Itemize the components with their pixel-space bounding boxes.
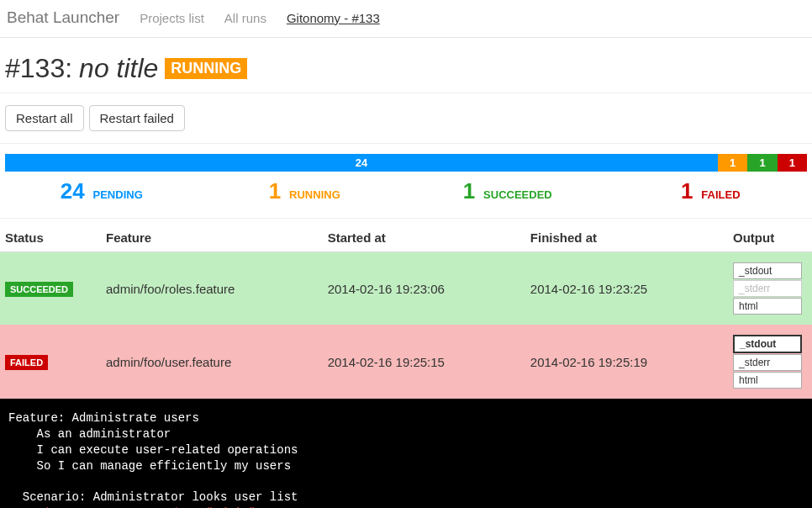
row-started: 2014-02-16 19:25:15 xyxy=(323,325,525,399)
row-finished: 2014-02-16 19:23:25 xyxy=(525,252,728,325)
output-html-button[interactable]: html xyxy=(733,298,802,315)
page-header: #133: no title RUNNING xyxy=(0,38,812,93)
progress-bar: 24 1 1 1 xyxy=(5,154,807,172)
output-stderr-button[interactable]: _stderr xyxy=(733,280,802,297)
col-finished: Finished at xyxy=(525,224,728,252)
nav-projects[interactable]: Projects list xyxy=(140,11,204,25)
page-title: #133: no title RUNNING xyxy=(5,53,807,84)
progress-succeeded: 1 xyxy=(747,154,777,172)
summary-failed-count: 1 xyxy=(681,178,693,204)
progress-running: 1 xyxy=(718,154,747,172)
progress-pending: 24 xyxy=(5,154,718,172)
summary-running: 1 RUNNING xyxy=(203,178,407,204)
summary-pending-label: PENDING xyxy=(93,188,143,201)
results-table: Status Feature Started at Finished at Ou… xyxy=(0,224,812,399)
table-row: FAILED admin/foo/user.feature 2014-02-16… xyxy=(0,325,812,399)
summary-running-label: RUNNING xyxy=(289,188,340,201)
output-stdout-button[interactable]: _stdout xyxy=(733,335,802,353)
actions-bar: Restart all Restart failed xyxy=(0,93,812,144)
summary-pending-count: 24 xyxy=(61,178,85,204)
summary-running-count: 1 xyxy=(269,178,281,204)
row-started: 2014-02-16 19:23:06 xyxy=(323,252,525,325)
row-feature: admin/foo/user.feature xyxy=(101,325,323,399)
col-status: Status xyxy=(0,224,101,252)
col-feature: Feature xyxy=(101,224,323,252)
restart-all-button[interactable]: Restart all xyxy=(5,105,84,131)
table-row: SUCCEEDED admin/foo/roles.feature 2014-0… xyxy=(0,252,812,325)
output-stderr-button[interactable]: _stderr xyxy=(733,354,802,371)
run-id: #133: xyxy=(5,53,72,84)
navbar: Behat Launcher Projects list All runs Gi… xyxy=(0,0,812,38)
row-status-badge: SUCCEEDED xyxy=(5,282,73,297)
output-stdout-button[interactable]: _stdout xyxy=(733,262,802,279)
summary-failed-label: FAILED xyxy=(701,188,740,201)
summary-succeeded-label: SUCCEEDED xyxy=(483,188,552,201)
summary-pending: 24 PENDING xyxy=(0,178,203,204)
progress-failed: 1 xyxy=(778,154,807,172)
nav-current[interactable]: Gitonomy - #133 xyxy=(287,11,380,25)
col-started: Started at xyxy=(323,224,525,252)
col-output: Output xyxy=(728,224,812,252)
run-subtitle: no title xyxy=(79,53,158,84)
summary-succeeded-count: 1 xyxy=(463,178,475,204)
output-html-button[interactable]: html xyxy=(733,372,802,389)
row-finished: 2014-02-16 19:25:19 xyxy=(525,325,728,399)
restart-failed-button[interactable]: Restart failed xyxy=(89,105,185,131)
row-feature: admin/foo/roles.feature xyxy=(101,252,323,325)
summary-failed: 1 FAILED xyxy=(609,178,813,204)
summary-succeeded: 1 SUCCEEDED xyxy=(406,178,609,204)
nav-allruns[interactable]: All runs xyxy=(224,11,266,25)
status-badge-running: RUNNING xyxy=(165,58,247,79)
console-output: Feature: Administrate users As an admini… xyxy=(0,399,812,508)
summary-row: 24 PENDING 1 RUNNING 1 SUCCEEDED 1 FAILE… xyxy=(0,172,812,219)
brand-link[interactable]: Behat Launcher xyxy=(7,8,119,27)
row-status-badge: FAILED xyxy=(5,355,48,370)
